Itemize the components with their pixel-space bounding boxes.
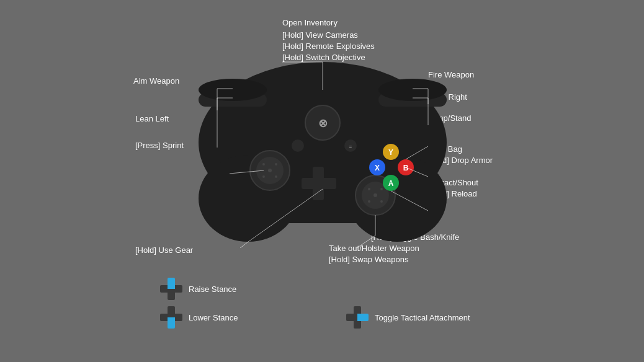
svg-point-25 bbox=[368, 200, 370, 203]
svg-text:X: X bbox=[375, 164, 380, 172]
svg-text:A: A bbox=[388, 179, 394, 188]
svg-point-23 bbox=[368, 188, 370, 190]
lean-left-label: Lean Left bbox=[135, 113, 169, 125]
toggle-tactical-label: Toggle Tactical Attachment bbox=[375, 313, 470, 322]
svg-point-19 bbox=[275, 175, 277, 178]
lower-stance-label: Lower Stance bbox=[189, 313, 238, 322]
toggle-tactical-legend: Toggle Tactical Attachment bbox=[346, 306, 470, 333]
svg-text:≡: ≡ bbox=[349, 144, 352, 150]
svg-point-26 bbox=[380, 200, 383, 203]
svg-point-24 bbox=[380, 188, 383, 190]
raise-stance-label: Raise Stance bbox=[189, 285, 236, 294]
svg-line-54 bbox=[205, 242, 248, 248]
lower-stance-legend: Lower Stance bbox=[160, 306, 238, 333]
svg-point-16 bbox=[262, 163, 265, 166]
svg-point-12 bbox=[292, 139, 304, 152]
svg-point-17 bbox=[275, 163, 277, 166]
svg-line-52 bbox=[329, 236, 375, 248]
svg-text:Y: Y bbox=[388, 148, 393, 157]
controller-diagram: ⊗ ≡ Y X B bbox=[168, 25, 478, 248]
hold-swap-weapons-label: [Hold] Swap Weapons bbox=[329, 254, 408, 265]
svg-point-22 bbox=[373, 193, 377, 197]
raise-stance-legend: Raise Stance bbox=[160, 278, 236, 305]
svg-point-15 bbox=[268, 169, 272, 172]
svg-point-18 bbox=[262, 175, 265, 178]
svg-text:⊗: ⊗ bbox=[318, 117, 328, 130]
